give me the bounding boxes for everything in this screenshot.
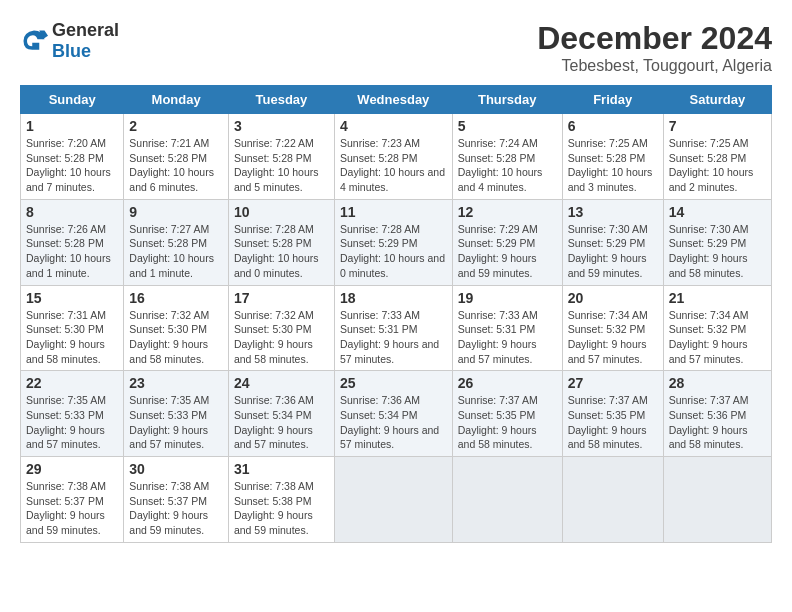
day-info: Sunrise: 7:38 AMSunset: 5:38 PMDaylight:… — [234, 479, 329, 538]
calendar-cell: 30Sunrise: 7:38 AMSunset: 5:37 PMDayligh… — [124, 457, 229, 543]
header-thursday: Thursday — [452, 86, 562, 114]
day-info: Sunrise: 7:26 AMSunset: 5:28 PMDaylight:… — [26, 222, 118, 281]
day-info: Sunrise: 7:38 AMSunset: 5:37 PMDaylight:… — [26, 479, 118, 538]
calendar-cell: 2Sunrise: 7:21 AMSunset: 5:28 PMDaylight… — [124, 114, 229, 200]
day-number: 17 — [234, 290, 329, 306]
day-info: Sunrise: 7:35 AMSunset: 5:33 PMDaylight:… — [129, 393, 223, 452]
day-info: Sunrise: 7:37 AMSunset: 5:35 PMDaylight:… — [458, 393, 557, 452]
calendar-cell: 7Sunrise: 7:25 AMSunset: 5:28 PMDaylight… — [663, 114, 771, 200]
day-number: 31 — [234, 461, 329, 477]
calendar-cell: 21Sunrise: 7:34 AMSunset: 5:32 PMDayligh… — [663, 285, 771, 371]
day-info: Sunrise: 7:23 AMSunset: 5:28 PMDaylight:… — [340, 136, 447, 195]
day-info: Sunrise: 7:25 AMSunset: 5:28 PMDaylight:… — [669, 136, 766, 195]
day-number: 25 — [340, 375, 447, 391]
day-number: 15 — [26, 290, 118, 306]
calendar-cell: 18Sunrise: 7:33 AMSunset: 5:31 PMDayligh… — [334, 285, 452, 371]
day-info: Sunrise: 7:32 AMSunset: 5:30 PMDaylight:… — [234, 308, 329, 367]
day-info: Sunrise: 7:36 AMSunset: 5:34 PMDaylight:… — [234, 393, 329, 452]
day-number: 3 — [234, 118, 329, 134]
subtitle: Tebesbest, Touggourt, Algeria — [537, 57, 772, 75]
header-tuesday: Tuesday — [228, 86, 334, 114]
day-number: 10 — [234, 204, 329, 220]
day-number: 20 — [568, 290, 658, 306]
day-number: 23 — [129, 375, 223, 391]
day-info: Sunrise: 7:22 AMSunset: 5:28 PMDaylight:… — [234, 136, 329, 195]
calendar-cell: 24Sunrise: 7:36 AMSunset: 5:34 PMDayligh… — [228, 371, 334, 457]
day-number: 18 — [340, 290, 447, 306]
day-info: Sunrise: 7:34 AMSunset: 5:32 PMDaylight:… — [568, 308, 658, 367]
header-row: Sunday Monday Tuesday Wednesday Thursday… — [21, 86, 772, 114]
title-area: December 2024 Tebesbest, Touggourt, Alge… — [537, 20, 772, 75]
day-info: Sunrise: 7:24 AMSunset: 5:28 PMDaylight:… — [458, 136, 557, 195]
day-info: Sunrise: 7:36 AMSunset: 5:34 PMDaylight:… — [340, 393, 447, 452]
calendar-cell: 11Sunrise: 7:28 AMSunset: 5:29 PMDayligh… — [334, 199, 452, 285]
calendar-cell: 29Sunrise: 7:38 AMSunset: 5:37 PMDayligh… — [21, 457, 124, 543]
day-number: 21 — [669, 290, 766, 306]
calendar-cell: 16Sunrise: 7:32 AMSunset: 5:30 PMDayligh… — [124, 285, 229, 371]
day-number: 4 — [340, 118, 447, 134]
day-info: Sunrise: 7:31 AMSunset: 5:30 PMDaylight:… — [26, 308, 118, 367]
logo-general: General — [52, 20, 119, 40]
logo-icon — [20, 27, 48, 55]
day-info: Sunrise: 7:33 AMSunset: 5:31 PMDaylight:… — [458, 308, 557, 367]
day-number: 13 — [568, 204, 658, 220]
calendar-cell: 23Sunrise: 7:35 AMSunset: 5:33 PMDayligh… — [124, 371, 229, 457]
day-number: 11 — [340, 204, 447, 220]
day-number: 22 — [26, 375, 118, 391]
calendar-cell — [452, 457, 562, 543]
calendar-cell: 25Sunrise: 7:36 AMSunset: 5:34 PMDayligh… — [334, 371, 452, 457]
calendar-cell: 20Sunrise: 7:34 AMSunset: 5:32 PMDayligh… — [562, 285, 663, 371]
calendar-cell: 3Sunrise: 7:22 AMSunset: 5:28 PMDaylight… — [228, 114, 334, 200]
day-number: 1 — [26, 118, 118, 134]
header-sunday: Sunday — [21, 86, 124, 114]
day-number: 28 — [669, 375, 766, 391]
calendar-row: 22Sunrise: 7:35 AMSunset: 5:33 PMDayligh… — [21, 371, 772, 457]
day-number: 16 — [129, 290, 223, 306]
calendar-cell: 26Sunrise: 7:37 AMSunset: 5:35 PMDayligh… — [452, 371, 562, 457]
main-title: December 2024 — [537, 20, 772, 57]
day-info: Sunrise: 7:33 AMSunset: 5:31 PMDaylight:… — [340, 308, 447, 367]
calendar-row: 15Sunrise: 7:31 AMSunset: 5:30 PMDayligh… — [21, 285, 772, 371]
calendar-table: Sunday Monday Tuesday Wednesday Thursday… — [20, 85, 772, 543]
header-wednesday: Wednesday — [334, 86, 452, 114]
calendar-cell: 22Sunrise: 7:35 AMSunset: 5:33 PMDayligh… — [21, 371, 124, 457]
day-number: 5 — [458, 118, 557, 134]
day-number: 24 — [234, 375, 329, 391]
calendar-cell: 15Sunrise: 7:31 AMSunset: 5:30 PMDayligh… — [21, 285, 124, 371]
day-info: Sunrise: 7:29 AMSunset: 5:29 PMDaylight:… — [458, 222, 557, 281]
day-number: 14 — [669, 204, 766, 220]
calendar-cell: 19Sunrise: 7:33 AMSunset: 5:31 PMDayligh… — [452, 285, 562, 371]
header-saturday: Saturday — [663, 86, 771, 114]
day-info: Sunrise: 7:28 AMSunset: 5:28 PMDaylight:… — [234, 222, 329, 281]
calendar-cell: 31Sunrise: 7:38 AMSunset: 5:38 PMDayligh… — [228, 457, 334, 543]
header-monday: Monday — [124, 86, 229, 114]
calendar-cell: 4Sunrise: 7:23 AMSunset: 5:28 PMDaylight… — [334, 114, 452, 200]
day-info: Sunrise: 7:25 AMSunset: 5:28 PMDaylight:… — [568, 136, 658, 195]
day-number: 12 — [458, 204, 557, 220]
day-info: Sunrise: 7:38 AMSunset: 5:37 PMDaylight:… — [129, 479, 223, 538]
day-number: 27 — [568, 375, 658, 391]
day-number: 30 — [129, 461, 223, 477]
day-number: 9 — [129, 204, 223, 220]
day-number: 8 — [26, 204, 118, 220]
day-info: Sunrise: 7:27 AMSunset: 5:28 PMDaylight:… — [129, 222, 223, 281]
day-info: Sunrise: 7:30 AMSunset: 5:29 PMDaylight:… — [568, 222, 658, 281]
calendar-header: Sunday Monday Tuesday Wednesday Thursday… — [21, 86, 772, 114]
calendar-body: 1Sunrise: 7:20 AMSunset: 5:28 PMDaylight… — [21, 114, 772, 543]
day-number: 2 — [129, 118, 223, 134]
calendar-cell: 12Sunrise: 7:29 AMSunset: 5:29 PMDayligh… — [452, 199, 562, 285]
calendar-row: 29Sunrise: 7:38 AMSunset: 5:37 PMDayligh… — [21, 457, 772, 543]
day-number: 29 — [26, 461, 118, 477]
calendar-cell: 8Sunrise: 7:26 AMSunset: 5:28 PMDaylight… — [21, 199, 124, 285]
calendar-cell — [562, 457, 663, 543]
header: General Blue December 2024 Tebesbest, To… — [20, 20, 772, 75]
day-info: Sunrise: 7:28 AMSunset: 5:29 PMDaylight:… — [340, 222, 447, 281]
calendar-cell: 10Sunrise: 7:28 AMSunset: 5:28 PMDayligh… — [228, 199, 334, 285]
day-info: Sunrise: 7:35 AMSunset: 5:33 PMDaylight:… — [26, 393, 118, 452]
calendar-cell: 13Sunrise: 7:30 AMSunset: 5:29 PMDayligh… — [562, 199, 663, 285]
calendar-row: 1Sunrise: 7:20 AMSunset: 5:28 PMDaylight… — [21, 114, 772, 200]
day-info: Sunrise: 7:37 AMSunset: 5:35 PMDaylight:… — [568, 393, 658, 452]
day-info: Sunrise: 7:32 AMSunset: 5:30 PMDaylight:… — [129, 308, 223, 367]
calendar-cell: 9Sunrise: 7:27 AMSunset: 5:28 PMDaylight… — [124, 199, 229, 285]
calendar-cell: 1Sunrise: 7:20 AMSunset: 5:28 PMDaylight… — [21, 114, 124, 200]
